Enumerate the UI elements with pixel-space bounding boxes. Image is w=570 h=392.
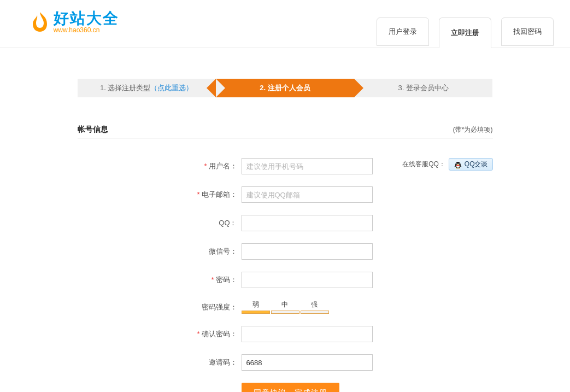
tab-register[interactable]: 立即注册 bbox=[439, 17, 491, 48]
wechat-input[interactable] bbox=[242, 243, 373, 260]
confirm-password-input[interactable] bbox=[242, 326, 373, 342]
wechat-label: 微信号： bbox=[209, 247, 237, 255]
step-1[interactable]: 1. 选择注册类型（点此重选） bbox=[78, 79, 216, 97]
svg-point-8 bbox=[456, 167, 457, 168]
wizard-steps: 1. 选择注册类型（点此重选） 2. 注册个人会员 3. 登录会员中心 bbox=[78, 79, 493, 97]
strength-strong: 强 bbox=[299, 300, 328, 309]
invite-code-input[interactable] bbox=[242, 354, 373, 371]
logo-subtitle: www.hao360.cn bbox=[54, 26, 119, 34]
qq-support: 在线客服QQ： QQ交谈 bbox=[402, 158, 492, 171]
username-input[interactable] bbox=[242, 158, 373, 174]
logo-title: 好站大全 bbox=[54, 11, 119, 26]
svg-point-6 bbox=[457, 164, 459, 165]
section-title: 帐号信息 bbox=[78, 125, 108, 134]
email-label: 电子邮箱： bbox=[202, 190, 237, 198]
svg-rect-7 bbox=[456, 165, 460, 166]
step-2: 2. 注册个人会员 bbox=[216, 79, 354, 97]
password-input[interactable] bbox=[242, 272, 373, 288]
auth-tabs: 用户登录 立即注册 找回密码 bbox=[377, 17, 554, 48]
strength-bar-2 bbox=[271, 311, 299, 314]
submit-button[interactable]: 同意协议，完成注册 bbox=[242, 383, 339, 392]
step-1-reselect-link[interactable]: （点此重选） bbox=[150, 84, 193, 92]
strength-bar-1 bbox=[242, 311, 270, 314]
section-required-note: (带*为必填项) bbox=[453, 125, 493, 134]
qq-support-label: 在线客服QQ： bbox=[402, 160, 445, 169]
step-1-text: 1. 选择注册类型 bbox=[100, 84, 150, 92]
password-label: 密码： bbox=[216, 276, 237, 284]
qq-label: QQ： bbox=[219, 219, 237, 227]
svg-point-5 bbox=[459, 163, 459, 164]
invite-code-label: 邀请码： bbox=[209, 358, 237, 366]
confirm-password-label: 确认密码： bbox=[202, 330, 237, 338]
qq-chat-button[interactable]: QQ交谈 bbox=[449, 158, 493, 171]
tab-login[interactable]: 用户登录 bbox=[377, 17, 429, 46]
strength-bar-3 bbox=[301, 311, 329, 314]
strength-mid: 中 bbox=[271, 300, 299, 309]
header: 好站大全 www.hao360.cn 用户登录 立即注册 找回密码 bbox=[0, 0, 570, 48]
strength-label: 密码强度： bbox=[202, 303, 237, 311]
password-strength-meter: 弱 中 强 bbox=[242, 300, 329, 314]
step-3: 3. 登录会员中心 bbox=[354, 79, 492, 97]
logo[interactable]: 好站大全 www.hao360.cn bbox=[31, 11, 119, 34]
svg-point-9 bbox=[459, 167, 460, 168]
tab-recover[interactable]: 找回密码 bbox=[501, 17, 554, 46]
qq-input[interactable] bbox=[242, 215, 373, 231]
svg-point-4 bbox=[457, 163, 457, 164]
qq-chat-label: QQ交谈 bbox=[465, 160, 488, 169]
logo-flame-icon bbox=[31, 11, 49, 34]
username-label: 用户名： bbox=[209, 162, 237, 170]
strength-weak: 弱 bbox=[242, 300, 271, 309]
email-input[interactable] bbox=[242, 186, 373, 203]
qq-penguin-icon bbox=[454, 160, 462, 169]
